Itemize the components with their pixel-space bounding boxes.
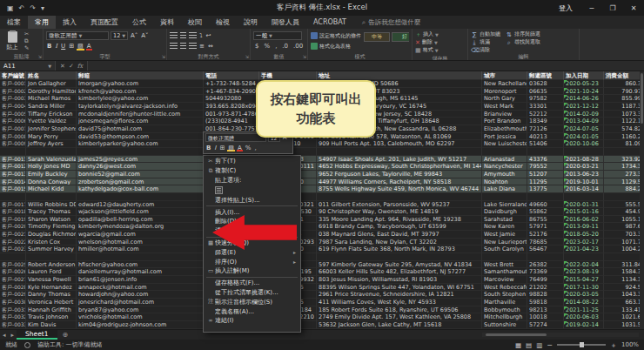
increase-font-icon[interactable]: A˄ [130,31,138,40]
cell-id[interactable]: 客戶-0003 [0,95,26,103]
cell-email[interactable]: kimberlyparker@yahoo.com [77,140,204,148]
mini-borders-icon[interactable]: ⊞ [218,145,225,151]
cell-id[interactable]: 客戶-0006 [0,118,26,125]
cell-name[interactable]: Sharon Watson [26,216,77,224]
cell-phone[interactable]: +1-732-748-5284 [204,80,259,88]
close-button[interactable]: ✕ [623,0,644,16]
cell-name[interactable]: Sarah Valenzuela [26,156,77,164]
cell-city[interactable]: Marcoview [482,276,527,284]
cell-name[interactable] [26,253,77,261]
cut-icon[interactable]: ✂ [24,30,29,37]
cell-name[interactable]: Dorothy Hamilton [26,88,77,96]
cell-amount[interactable]: 1734.3 [604,163,644,171]
table-row[interactable]: 客戶-0020Timothy Flemingkimberlymendoza@da… [0,223,644,231]
cell-name[interactable]: Summer Harvey [26,246,77,253]
cell-id[interactable] [0,253,26,261]
font-name-select[interactable]: 微軟正黑體 ▼ [46,31,109,40]
clipboard-dialog-launcher-icon[interactable]: ⇲ [38,54,42,59]
find-select-button[interactable]: ⌕尋找與選取 [506,38,540,46]
cell-address[interactable]: 8755 Wells Highway Suite 459, North Moni… [317,185,482,193]
cell-name[interactable]: Michael Kidd [26,185,77,193]
cell-zip[interactable] [527,148,564,156]
indent-icon[interactable]: ≡ [198,42,205,50]
cell-amount[interactable]: 1043.3 [604,291,644,299]
table-row[interactable]: 客戶-0021Douglas Richmondwgarcia@gmail.com… [0,231,644,239]
table-row[interactable]: 客戶-0030Veronica Hebertjonesrichard@hotma… [0,299,644,306]
cell-city[interactable]: Lake Diana [482,185,527,193]
menu-item-delete[interactable]: 刪除(D)... [204,217,300,226]
cell-city[interactable]: New Karen [482,223,527,231]
cell-email[interactable]: opadilla@bell-herring.com [77,216,204,224]
cell-zip[interactable]: 73369 [527,268,564,276]
cell-city[interactable] [482,193,527,201]
cell-zip[interactable]: 52212 [527,111,564,118]
column-header[interactable]: 城市 [482,71,527,80]
menu-item-paste-options[interactable]: 貼上選項: [204,176,300,185]
format-cells-button[interactable]: ▦格式▼ [415,46,465,54]
cell-id[interactable]: 客戶-0022 [0,239,26,246]
minimize-button[interactable]: ─ [581,0,602,16]
cell-date[interactable]: 2013-06-23 [564,171,604,178]
number-format-select[interactable]: 一般 ▼ [253,31,302,40]
cell-date[interactable]: 2014-02-09 [564,111,604,118]
cell-name[interactable]: Jeffrey Ayers [26,140,77,148]
ribbon-tab-insert[interactable]: 插入 [56,16,84,29]
menu-item-format-cells[interactable]: 儲存格格式(F)... [204,279,300,288]
table-row[interactable]: 客戶-0018Tracey Thomaswjackson@littlefield… [0,208,644,216]
cell-phone[interactable]: 5044932080 [204,95,259,103]
increase-decimal-icon[interactable]: .00 [292,43,305,50]
cell-address[interactable]: 66003 Keller Hills Suite 482, Elizabethf… [317,268,482,276]
qat-customize-icon[interactable]: ▾ [41,4,44,12]
cell-address[interactable]: 88395 Wilson Springs Suite 447, Yolandat… [317,284,482,292]
cell-email[interactable]: annapeck@hotmail.com [77,284,204,292]
zoom-slider-thumb[interactable] [580,342,584,347]
cell-address[interactable]: 2749 Emily Divide Apt. 157, West Kathlee… [317,313,482,321]
cell-city[interactable]: Port Brandon [482,118,527,125]
cell-city[interactable]: New Laurieport [482,239,527,246]
cell-date[interactable]: 2016-03-14 [564,185,604,193]
cell-amount[interactable]: 1071.7 [604,239,644,246]
cell-address[interactable]: 9652 Ferguson Lakes, Taylorville, ME 998… [317,171,482,178]
cell-email[interactable]: daniellemurray@hotmail.com [77,268,204,276]
cell-address[interactable]: 411 Williams Coves, West Kyle, NY 45933 [317,299,482,306]
cell-name[interactable]: Sandra Miller [26,103,77,111]
cell-date[interactable]: 2019-02-14 [564,321,604,329]
cancel-icon[interactable]: ✕ [60,63,65,70]
ribbon-tab-formulas[interactable]: 公式 [125,16,153,29]
cell-amount[interactable]: 1055.1 [604,216,644,224]
ribbon-tab-home[interactable]: 常用 [28,16,56,29]
cell-name[interactable]: Veronica Hebert [26,299,77,306]
cell-zip[interactable]: 43376 [527,156,564,164]
cell-zip[interactable]: 98213 [527,306,564,314]
table-row[interactable]: 客戶-0032Travis Johnsonvnichols@hotmail.co… [0,313,644,321]
mini-italic-button[interactable]: I [213,145,217,151]
cell-amount[interactable]: 1073.3 [604,111,644,118]
align-left-icon[interactable] [170,43,178,50]
save-icon[interactable]: ▣ [7,4,14,12]
cell-amount[interactable]: 454.9 [604,208,644,216]
cell-id[interactable]: 客戶-0008 [0,133,26,141]
cell-city[interactable]: Noahton [482,178,527,186]
cell-name[interactable]: Jon Gallagher [26,80,77,88]
cell-amount[interactable]: 1122.1 [604,118,644,125]
cell-name[interactable]: Douglas Richmond [26,231,77,239]
menu-item-pick-from-list[interactable]: 從下拉式清單挑選(K)... [204,288,300,298]
cell-email[interactable]: danny26@west.com [77,163,204,171]
cell-email[interactable]: mcdonaldjennifer@hunter-little.com [77,111,204,118]
cell-style-medium[interactable]: 中等 [364,32,390,42]
page-layout-view-icon[interactable]: ▤ [526,341,532,349]
conditional-formatting-button[interactable]: 設定格式化的條件 [311,30,361,41]
cell-address[interactable]: 597 Kimberly Gateway Suite 295, Amystad,… [317,261,482,269]
cell-date[interactable]: 2014-08-22 [564,299,604,306]
formula-input[interactable] [88,61,644,71]
cell-id[interactable]: 客戶-0025 [0,261,26,269]
column-header[interactable]: 郵遞區號 [527,71,564,80]
cell-date[interactable]: 2014-06-26 [564,95,604,103]
cell-phone[interactable]: 393.665.8208x094 [204,103,259,111]
align-bottom-icon[interactable] [189,32,197,39]
cell-id[interactable]: 客戶-0013 [0,171,26,178]
cell-email[interactable]: jonesrichard@hotmail.com [77,299,204,306]
vertical-scrollbar-thumb[interactable] [641,73,643,124]
table-row[interactable] [0,253,644,261]
cell-id[interactable]: 客戶-0004 [0,103,26,111]
